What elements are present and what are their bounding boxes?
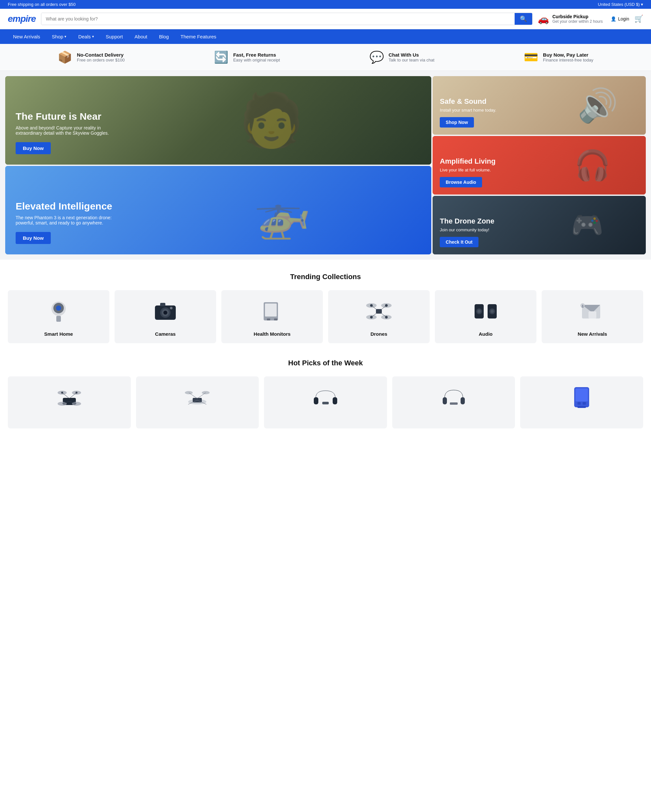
svg-rect-64 [576,388,588,401]
logo[interactable]: empire [8,14,36,24]
collection-audio[interactable]: Audio [435,290,536,343]
nav-item-shop[interactable]: Shop [47,29,72,44]
nav-item-theme-features[interactable]: Theme Features [176,29,222,44]
svg-rect-65 [578,402,581,405]
feature-chat-sub: Talk to our team via chat [389,58,434,63]
svg-rect-67 [578,406,586,408]
side-audio-subtitle: Live your life at full volume. [440,168,639,172]
side-drone-zone-content: The Drone Zone Join our community today!… [432,196,646,254]
svg-line-54 [197,393,206,398]
search-button[interactable]: 🔍 [515,13,532,25]
feature-pay-later-title: Buy Now, Pay Later [543,52,593,58]
svg-rect-62 [450,402,458,405]
curbside-title: Curbside Pickup [552,14,603,19]
svg-rect-60 [443,397,447,404]
side-card-smart: 🔊 Safe & Sound Install your smart home t… [432,76,646,135]
feature-returns-title: Fast, Free Returns [233,52,280,58]
svg-rect-66 [583,402,586,405]
svg-rect-57 [314,397,318,404]
feature-pay-later: 💳 Buy Now, Pay Later Finance interest-fr… [524,50,593,64]
hot-picks-title: Hot Picks of the Week [8,359,643,367]
feature-chat-title: Chat With Us [389,52,434,58]
svg-rect-58 [333,397,337,404]
chat-icon: 💬 [370,50,384,64]
nav-item-new-arrivals[interactable]: New Arrivals [8,29,45,44]
side-drone-zone-button[interactable]: Check It Out [440,237,478,247]
payment-icon: 💳 [524,50,538,64]
search-input[interactable] [41,13,515,25]
search-icon: 🔍 [520,15,527,22]
svg-rect-35 [588,311,596,319]
hero-vr-subtitle: Above and beyond! Capture your reality i… [15,125,120,136]
svg-point-7 [164,311,167,314]
hot-pick-item-4[interactable] [520,376,643,429]
svg-rect-11 [265,304,277,316]
feature-no-contact-title: No-Contact Delivery [77,52,125,58]
search-bar: 🔍 [41,13,533,25]
feature-no-contact: 📦 No-Contact Delivery Free on orders ove… [58,50,125,64]
side-smart-button[interactable]: Shop Now [440,117,474,128]
side-audio-button[interactable]: Browse Audio [440,177,482,188]
hero-left: 🧑 The Future is Near Above and beyond! C… [5,76,431,254]
car-icon: 🚗 [538,14,549,24]
svg-rect-37 [582,304,584,308]
side-smart-title: Safe & Sound [440,97,639,106]
collection-health-monitors-label: Health Monitors [254,331,290,337]
smart-home-icon [42,297,75,326]
side-audio-title: Amplified Living [440,157,639,166]
nav-item-support[interactable]: Support [101,29,128,44]
region-selector[interactable]: United States (USD $) ▾ [598,2,643,7]
health-monitor-icon [256,297,289,326]
nav-item-blog[interactable]: Blog [154,29,174,44]
collection-drones-label: Drones [370,331,387,337]
hero-vr-card: 🧑 The Future is Near Above and beyond! C… [5,76,431,165]
login-button[interactable]: 👤 Login [611,16,629,21]
header: empire 🔍 🚗 Curbside Pickup Get your orde… [0,9,651,29]
svg-point-48 [75,392,78,394]
camera-icon [149,297,182,326]
side-drone-zone-title: The Drone Zone [440,217,639,226]
hot-picks-section: Hot Picks of the Week [0,356,651,441]
collection-audio-label: Audio [479,331,493,337]
hero-drone-card: 🚁 Elevated Intelligence The new Phantom … [5,166,431,254]
hot-pick-item-1[interactable] [136,376,259,429]
side-smart-content: Safe & Sound Install your smart home tod… [432,76,646,135]
hot-pick-item-0[interactable] [8,376,131,429]
svg-point-2 [56,305,61,311]
curbside-sub: Get your order within 2 hours [552,19,603,24]
svg-rect-3 [56,316,61,322]
hot-pick-icon-1 [181,383,214,412]
side-drone-zone-subtitle: Join our community today! [440,227,639,232]
free-shipping-notice: Free shipping on all orders over $50 [8,2,75,7]
collection-smart-home[interactable]: Smart Home [8,290,109,343]
trending-collections-title: Trending Collections [8,273,643,281]
svg-point-47 [61,392,63,394]
feature-chat: 💬 Chat With Us Talk to our team via chat [370,50,434,64]
hero-drone-subtitle: The new Phantom 3 is a next generation d… [15,215,120,226]
hero-drone-content: Elevated Intelligence The new Phantom 3 … [5,166,431,254]
feature-no-contact-sub: Free on orders over $100 [77,58,125,63]
collection-cameras[interactable]: Cameras [115,290,216,343]
collection-new-arrivals-label: New Arrivals [578,331,607,337]
hero-vr-button[interactable]: Buy Now [15,142,51,154]
svg-rect-8 [160,303,165,306]
hot-pick-icon-3 [437,383,470,412]
nav-item-about[interactable]: About [129,29,152,44]
hero-drone-button[interactable]: Buy Now [15,232,51,244]
features-bar: 📦 No-Contact Delivery Free on orders ove… [0,44,651,71]
hot-picks-grid [8,376,643,429]
curbside-pickup[interactable]: 🚗 Curbside Pickup Get your order within … [538,14,603,24]
collection-health-monitors[interactable]: Health Monitors [222,290,323,343]
curbside-text: Curbside Pickup Get your order within 2 … [552,14,603,24]
svg-line-53 [189,393,197,398]
collections-grid: Smart Home Cameras [8,290,643,343]
hero-vr-title: The Future is Near [15,111,421,122]
hero-drone-title: Elevated Intelligence [15,201,421,212]
cart-icon[interactable]: 🛒 [634,15,643,23]
hot-pick-item-3[interactable] [392,376,515,429]
nav-item-deals[interactable]: Deals [73,29,99,44]
collection-new-arrivals[interactable]: New Arrivals [542,290,643,343]
top-bar: Free shipping on all orders over $50 Uni… [0,0,651,9]
hot-pick-item-2[interactable] [264,376,387,429]
collection-drones[interactable]: Drones [328,290,429,343]
